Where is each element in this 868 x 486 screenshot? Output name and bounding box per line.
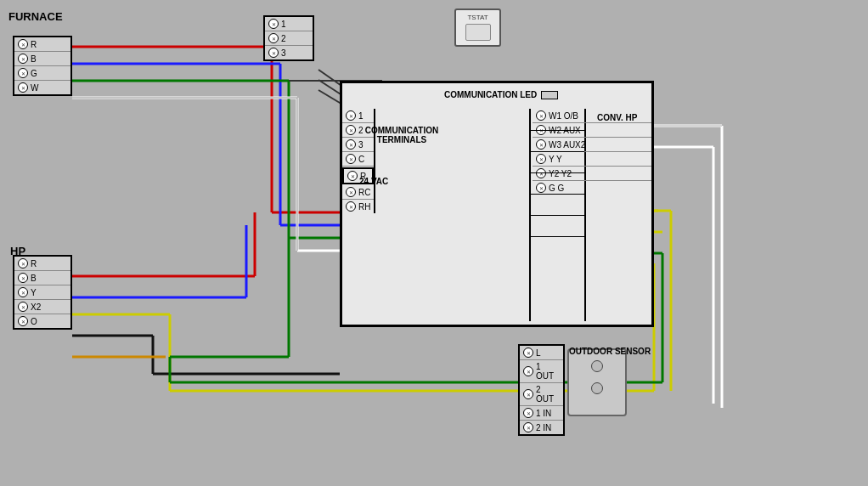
- hp-terminal-X2: X2: [14, 300, 70, 314]
- terminal-circle: [18, 39, 28, 49]
- terminal-circle: [268, 19, 279, 29]
- ctrl-terminal-RC: RC: [342, 185, 374, 200]
- terminal-circle: [18, 54, 28, 64]
- furnace-terminal-R: R: [14, 37, 70, 52]
- furnace-terminal-block: R B G W: [13, 36, 72, 96]
- thermostat-icon: TSTAT: [454, 8, 501, 47]
- ctrl-terminal-Y: Y Y: [533, 152, 651, 167]
- terminal-label: 2 OUT: [536, 385, 560, 404]
- terminal-label: R: [31, 259, 37, 268]
- ctrl-terminal-W3AUX2: W3 AUX2: [533, 138, 651, 152]
- outdoor-terminal-2IN: 2 IN: [520, 421, 563, 434]
- terminal-circle: [523, 422, 533, 432]
- terminal-label: RH: [358, 202, 370, 212]
- terminal-label: B: [31, 54, 37, 64]
- top-terminal-2: 2: [265, 31, 313, 46]
- hp-terminal-R: R: [14, 257, 70, 271]
- terminal-label: 3: [358, 140, 364, 150]
- terminal-label: X2: [31, 302, 41, 312]
- ctrl-terminal-C: C: [342, 152, 374, 167]
- terminal-label: L: [536, 348, 541, 358]
- terminal-circle: [346, 154, 356, 164]
- furnace-terminal-B: B: [14, 52, 70, 66]
- terminal-circle: [18, 82, 28, 93]
- terminal-circle: [18, 273, 28, 283]
- ctrl-terminal-1: 1: [342, 109, 374, 123]
- terminal-circle: [536, 168, 546, 178]
- terminal-label: 1 OUT: [536, 362, 560, 381]
- hp-terminal-Y: Y: [14, 285, 70, 300]
- terminal-label: Y2 Y2: [549, 169, 572, 178]
- controller-box: COMMUNICATION LED COMMUNICATIONTERMINALS…: [340, 81, 654, 327]
- terminal-circle: [346, 187, 356, 197]
- hp-terminal-block: R B Y X2 O: [13, 255, 72, 330]
- furnace-terminal-W: W: [14, 81, 70, 94]
- terminal-label: Y Y: [549, 155, 562, 164]
- terminal-circle: [523, 389, 533, 399]
- terminal-label: RC: [358, 188, 370, 197]
- terminal-circle: [18, 302, 28, 312]
- terminal-circle: [536, 110, 546, 121]
- terminal-label: Y: [31, 288, 37, 297]
- terminal-circle: [523, 366, 533, 376]
- terminal-circle: [346, 139, 356, 150]
- terminal-label: 1 IN: [536, 409, 551, 418]
- terminal-circle: [523, 408, 533, 418]
- terminal-label: C: [358, 155, 364, 164]
- ctrl-terminal-3: 3: [342, 138, 374, 152]
- terminal-label: G: [31, 69, 37, 78]
- ctrl-terminal-R: R: [342, 167, 374, 184]
- outdoor-sensor-housing: [567, 348, 627, 416]
- terminal-label: G G: [549, 184, 564, 193]
- terminal-circle: [523, 348, 533, 358]
- terminal-circle: [347, 171, 358, 181]
- outdoor-terminal-L: L: [520, 346, 563, 360]
- terminal-label: W3 AUX2: [549, 140, 585, 150]
- top-terminal-block: 1 2 3: [263, 15, 314, 61]
- wiring-diagram: FURNACE R B G W 1 2 3: [0, 0, 868, 486]
- terminal-circle: [536, 183, 546, 193]
- terminal-label: 2 IN: [536, 423, 551, 432]
- top-terminal-1: 1: [265, 17, 313, 31]
- outdoor-terminal-2OUT: 2 OUT: [520, 383, 563, 406]
- terminal-circle: [536, 139, 546, 150]
- terminal-circle: [268, 33, 279, 43]
- top-terminal-3: 3: [265, 46, 313, 59]
- outdoor-sensor-label: OUTDOOR SENSOR: [569, 347, 651, 356]
- terminal-label: 2: [358, 126, 364, 135]
- terminal-label: R: [360, 172, 366, 181]
- ctrl-terminal-Y2: Y2 Y2: [533, 167, 651, 181]
- ctrl-terminal-W1OB: W1 O/B: [533, 109, 651, 123]
- terminal-circle: [536, 154, 546, 164]
- outdoor-sensor-text: OUTDOOR SENSOR: [569, 347, 651, 356]
- furnace-terminal-G: G: [14, 66, 70, 81]
- terminal-label: 3: [281, 48, 286, 58]
- outdoor-terminal-1OUT: 1 OUT: [520, 360, 563, 383]
- terminal-label: R: [31, 40, 37, 49]
- terminal-label: 2: [281, 34, 286, 43]
- terminal-label: 1: [358, 111, 364, 121]
- terminal-label: W1 O/B: [549, 111, 578, 121]
- terminal-label: 1: [281, 20, 286, 29]
- terminal-circle: [346, 110, 356, 121]
- terminal-circle: [346, 125, 356, 135]
- ctrl-terminal-RH: RH: [342, 200, 374, 213]
- terminal-circle: [268, 48, 279, 58]
- terminal-circle: [346, 201, 356, 212]
- hp-terminal-O: O: [14, 314, 70, 328]
- comm-led-label: COMMUNICATION LED: [444, 90, 537, 99]
- terminal-circle: [18, 287, 28, 297]
- outdoor-terminal-1IN: 1 IN: [520, 406, 563, 421]
- terminal-label: B: [31, 274, 37, 283]
- ctrl-terminal-2: 2: [342, 123, 374, 138]
- terminal-label: O: [31, 317, 37, 326]
- furnace-title: FURNACE: [8, 10, 63, 23]
- terminal-circle: [18, 316, 28, 326]
- terminal-circle: [18, 68, 28, 78]
- terminal-circle: [18, 258, 28, 268]
- hp-terminal-B: B: [14, 271, 70, 285]
- outdoor-sensor-block: L 1 OUT 2 OUT 1 IN 2 IN: [518, 344, 565, 436]
- ctrl-terminal-G: G G: [533, 181, 651, 195]
- terminal-label: W: [31, 83, 38, 93]
